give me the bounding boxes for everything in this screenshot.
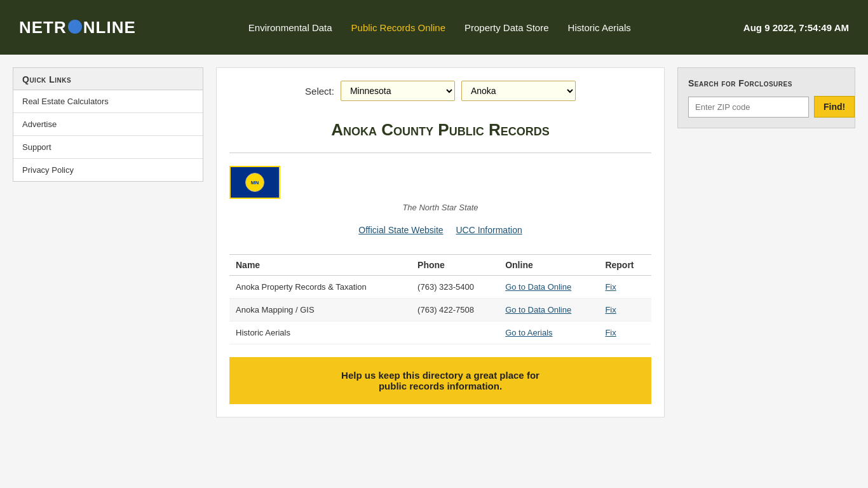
sidebar-item-real-estate-calculators[interactable]: Real Estate Calculators bbox=[13, 90, 203, 113]
nav-property-data-store[interactable]: Property Data Store bbox=[465, 22, 549, 33]
main-wrapper: Quick Links Real Estate Calculators Adve… bbox=[0, 55, 868, 430]
state-select[interactable]: Minnesota Alaska Arizona bbox=[341, 81, 455, 101]
state-flag: MN bbox=[229, 166, 280, 199]
row-report: Fix bbox=[599, 299, 651, 322]
row-report: Fix bbox=[599, 276, 651, 299]
foreclosure-row: Find! bbox=[688, 96, 844, 118]
nav-environmental-data[interactable]: Environmental Data bbox=[248, 22, 332, 33]
foreclosure-title: Search for Forclosures bbox=[688, 78, 844, 88]
county-select[interactable]: Anoka Hennepin Ramsey bbox=[461, 81, 576, 101]
flag-caption: The North Star State bbox=[229, 203, 651, 212]
banner-text-1: Help us keep this directory a great plac… bbox=[341, 370, 539, 381]
flag-section: MN The North Star State bbox=[229, 166, 651, 212]
nav-historic-aerials[interactable]: Historic Aerials bbox=[568, 22, 631, 33]
row-online: Go to Aerials bbox=[499, 322, 599, 344]
find-button[interactable]: Find! bbox=[814, 96, 855, 118]
row-name: Anoka Mapping / GIS bbox=[229, 299, 411, 322]
fix-link-2[interactable]: Fix bbox=[605, 305, 616, 315]
row-online: Go to Data Online bbox=[499, 299, 599, 322]
sidebar-item-advertise[interactable]: Advertise bbox=[13, 113, 203, 136]
col-report: Report bbox=[599, 255, 651, 276]
zip-code-input[interactable] bbox=[688, 97, 809, 118]
sidebar-links: Real Estate Calculators Advertise Suppor… bbox=[13, 90, 203, 182]
main-nav: Environmental Data Public Records Online… bbox=[248, 22, 631, 33]
go-to-data-online-link-2[interactable]: Go to Data Online bbox=[505, 305, 571, 315]
county-title: Anoka County Public Records bbox=[229, 120, 651, 153]
sidebar: Quick Links Real Estate Calculators Adve… bbox=[13, 67, 203, 417]
row-name: Historic Aerials bbox=[229, 322, 411, 344]
main-content: Select: Minnesota Alaska Arizona Anoka H… bbox=[216, 67, 665, 417]
row-phone: (763) 422-7508 bbox=[411, 299, 499, 322]
go-to-data-online-link-1[interactable]: Go to Data Online bbox=[505, 282, 571, 292]
header: NETR NLINE Environmental Data Public Rec… bbox=[0, 0, 868, 55]
bottom-banner: Help us keep this directory a great plac… bbox=[229, 357, 651, 404]
col-name: Name bbox=[229, 255, 411, 276]
logo-text-before: NETR bbox=[19, 18, 67, 37]
ucc-information-link[interactable]: UCC Information bbox=[456, 225, 522, 235]
official-state-website-link[interactable]: Official State Website bbox=[358, 225, 443, 235]
row-phone bbox=[411, 322, 499, 344]
sidebar-title: Quick Links bbox=[13, 67, 203, 90]
logo-globe-icon bbox=[68, 20, 82, 34]
row-phone: (763) 323-5400 bbox=[411, 276, 499, 299]
records-table: Name Phone Online Report Anoka Property … bbox=[229, 254, 651, 344]
banner-text-2: public records information. bbox=[379, 381, 502, 391]
nav-public-records[interactable]: Public Records Online bbox=[351, 22, 445, 33]
foreclosure-box: Search for Forclosures Find! bbox=[677, 67, 855, 128]
row-report: Fix bbox=[599, 322, 651, 344]
logo: NETR NLINE bbox=[19, 18, 136, 37]
row-online: Go to Data Online bbox=[499, 276, 599, 299]
table-row: Anoka Property Records & Taxation (763) … bbox=[229, 276, 651, 299]
flag-seal: MN bbox=[245, 173, 264, 192]
col-phone: Phone bbox=[411, 255, 499, 276]
row-name: Anoka Property Records & Taxation bbox=[229, 276, 411, 299]
table-row: Historic Aerials Go to Aerials Fix bbox=[229, 322, 651, 344]
right-sidebar: Search for Forclosures Find! bbox=[677, 67, 855, 417]
select-row: Select: Minnesota Alaska Arizona Anoka H… bbox=[229, 81, 651, 101]
col-online: Online bbox=[499, 255, 599, 276]
fix-link-3[interactable]: Fix bbox=[605, 328, 616, 337]
logo-text-after: NLINE bbox=[83, 18, 136, 37]
go-to-aerials-link[interactable]: Go to Aerials bbox=[505, 328, 552, 337]
select-label: Select: bbox=[305, 86, 334, 97]
table-row: Anoka Mapping / GIS (763) 422-7508 Go to… bbox=[229, 299, 651, 322]
sidebar-item-privacy-policy[interactable]: Privacy Policy bbox=[13, 159, 203, 181]
header-date: Aug 9 2022, 7:54:49 AM bbox=[743, 22, 849, 33]
fix-link-1[interactable]: Fix bbox=[605, 282, 616, 292]
state-links: Official State Website UCC Information bbox=[229, 225, 651, 235]
sidebar-item-support[interactable]: Support bbox=[13, 136, 203, 159]
